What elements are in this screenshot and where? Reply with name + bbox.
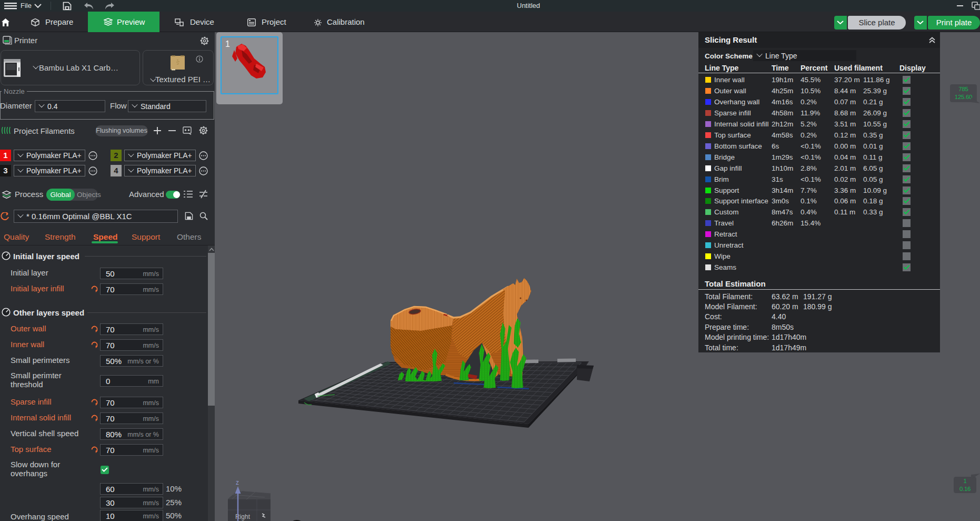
svg-text:z: z <box>236 479 239 486</box>
